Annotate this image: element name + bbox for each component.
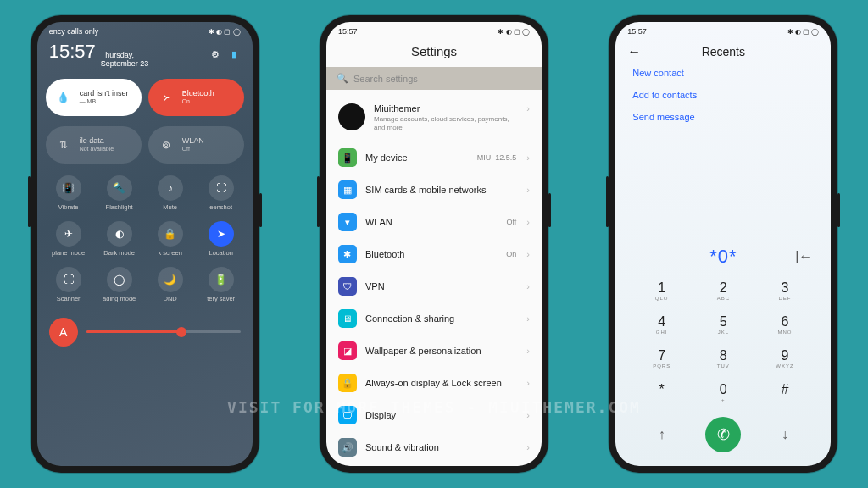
action-link[interactable]: Add to contacts	[632, 90, 814, 100]
row-value: Off	[506, 218, 516, 226]
edit-icon[interactable]: ▮	[227, 47, 241, 61]
qs-tile-k-screen[interactable]: 🔒k screen	[146, 218, 195, 260]
date-line2: September 23	[101, 60, 149, 69]
status-icons: ✱ ◐ ▢ ◯	[787, 28, 820, 36]
row-icon: 🛡	[338, 277, 357, 296]
keypad-key-7[interactable]: 7PQRS	[631, 342, 693, 376]
status-bar: ency calls only ✱ ◐ ▢ ◯	[37, 22, 253, 37]
tile-icon: 🌙	[158, 267, 183, 292]
tile-icon: 🔒	[158, 221, 183, 247]
action-link[interactable]: New contact	[632, 68, 814, 78]
chevron-right-icon: ›	[526, 442, 530, 452]
chevron-right-icon: ›	[526, 152, 530, 163]
pill-mobiledata[interactable]: ⇅ ile dataNot available	[46, 126, 142, 164]
pill-bluetooth[interactable]: ᚛ BluetoothOn	[148, 79, 244, 116]
settings-row[interactable]: 🔒Always-on display & Lock screen›	[326, 367, 542, 399]
status-carrier: ency calls only	[49, 27, 99, 36]
qs-tile-Scanner[interactable]: ⛶Scanner	[44, 263, 93, 306]
keypad-key-2[interactable]: 2ABC	[693, 274, 754, 308]
expand-button[interactable]: ↑	[631, 427, 693, 442]
qs-tile-Vibrate[interactable]: 📳Vibrate	[44, 172, 93, 214]
chevron-right-icon: ›	[526, 410, 530, 420]
qs-tile-plane-mode[interactable]: ✈plane mode	[44, 218, 93, 260]
tile-label: Vibrate	[58, 203, 79, 211]
brightness-slider[interactable]: A	[37, 309, 253, 355]
keypad-key-4[interactable]: 4GHI	[631, 308, 693, 342]
tile-label: DND	[164, 295, 177, 302]
pill-data[interactable]: 💧 card isn't inser— MB	[46, 79, 142, 116]
pill-title: Bluetooth	[182, 90, 214, 98]
qs-tile-Location[interactable]: ➤Location	[197, 218, 246, 260]
keypad-key-*[interactable]: *	[631, 376, 693, 410]
row-icon: 🔒	[338, 374, 357, 392]
page-title: Recents	[627, 45, 819, 58]
backspace-button[interactable]: |←	[795, 249, 812, 264]
qs-tile-Dark-mode[interactable]: ◐Dark mode	[95, 218, 144, 260]
row-label: Sound & vibration	[365, 442, 518, 453]
settings-row[interactable]: ✱BluetoothOn›	[326, 238, 542, 270]
keypad-key-9[interactable]: 9WXYZ	[754, 342, 816, 376]
search-input[interactable]: 🔍 Search settings	[326, 67, 542, 90]
tile-icon: 🔋	[209, 267, 234, 292]
pill-title: WLAN	[182, 137, 204, 146]
row-label: Display	[365, 410, 518, 421]
keypad-key-1[interactable]: 1QLO	[631, 274, 693, 308]
settings-row[interactable]: 🖵Display›	[326, 399, 542, 431]
settings-row[interactable]: 🖥Connection & sharing›	[326, 302, 542, 335]
qs-tile-ading-mode[interactable]: ◯ading mode	[95, 263, 144, 306]
clock-time: 15:57	[49, 41, 96, 63]
search-placeholder: Search settings	[353, 74, 418, 84]
chevron-right-icon: ›	[526, 281, 530, 291]
keypad-key-0[interactable]: 0+	[693, 376, 754, 410]
gear-icon[interactable]: ⚙	[209, 47, 222, 61]
keypad-key-8[interactable]: 8TUV	[693, 342, 754, 376]
row-label: SIM cards & mobile networks	[365, 185, 518, 196]
row-value: On	[506, 250, 516, 258]
row-icon: ◪	[338, 341, 357, 360]
keypad-key-5[interactable]: 5JKL	[693, 308, 754, 342]
qs-tile-tery-saver[interactable]: 🔋tery saver	[197, 263, 246, 306]
pill-title: ile data	[80, 137, 114, 146]
keypad-key-6[interactable]: 6MNO	[754, 308, 816, 342]
row-icon: 🖵	[338, 406, 357, 424]
action-link[interactable]: Send message	[632, 112, 814, 122]
collapse-button[interactable]: ↓	[754, 427, 816, 442]
status-time: 15:57	[627, 27, 647, 36]
settings-row[interactable]: 🔊Sound & vibration›	[326, 431, 542, 463]
phone-dialer: 15:57 ✱ ◐ ▢ ◯ ← Recents New contactAdd t…	[609, 15, 837, 473]
chevron-right-icon: ›	[526, 249, 530, 259]
settings-row[interactable]: 📱My deviceMIUI 12.5.5›	[326, 141, 542, 174]
phone-quicksettings: ency calls only ✱ ◐ ▢ ◯ 15:57 Thursday, …	[31, 15, 259, 473]
tile-label: ading mode	[103, 295, 136, 302]
pill-sub: Off	[182, 146, 204, 152]
tile-label: Flashlight	[106, 203, 133, 211]
row-icon: ✱	[338, 245, 357, 263]
settings-row[interactable]: ▾WLANOff›	[326, 206, 542, 238]
keypad-key-3[interactable]: 3DEF	[754, 274, 816, 308]
profile-row[interactable]: Miuithemer Manage accounts, cloud servic…	[326, 95, 542, 141]
row-icon: 🔊	[338, 438, 357, 457]
pill-sub: On	[182, 98, 214, 105]
chevron-right-icon: ›	[526, 185, 530, 195]
phone-settings: 15:57 ✱ ◐ ▢ ◯ Settings 🔍 Search settings…	[320, 15, 548, 473]
slider-track[interactable]	[86, 330, 241, 333]
tile-label: plane mode	[52, 249, 85, 257]
row-icon: ▦	[338, 180, 357, 199]
tile-icon: ➤	[209, 221, 234, 247]
tile-label: k screen	[158, 249, 181, 257]
chevron-right-icon: ›	[526, 313, 530, 324]
pill-wlan[interactable]: ⊚ WLANOff	[148, 126, 244, 164]
tile-icon: 📳	[56, 175, 81, 201]
qs-tile-eenshot[interactable]: ⛶eenshot	[197, 172, 246, 214]
row-icon: ▾	[338, 213, 357, 231]
tile-icon: ◐	[107, 221, 132, 247]
settings-row[interactable]: 🛡VPN›	[326, 270, 542, 302]
settings-row[interactable]: ◪Wallpaper & personalization›	[326, 335, 542, 367]
qs-tile-Mute[interactable]: ♪Mute	[146, 172, 195, 214]
qs-tile-DND[interactable]: 🌙DND	[146, 263, 195, 306]
qs-tile-Flashlight[interactable]: 🔦Flashlight	[95, 172, 144, 214]
keypad-key-#[interactable]: #	[754, 376, 816, 410]
tile-label: eenshot	[209, 203, 232, 211]
call-button[interactable]: ✆	[705, 417, 741, 452]
settings-row[interactable]: ▦SIM cards & mobile networks›	[326, 174, 542, 206]
